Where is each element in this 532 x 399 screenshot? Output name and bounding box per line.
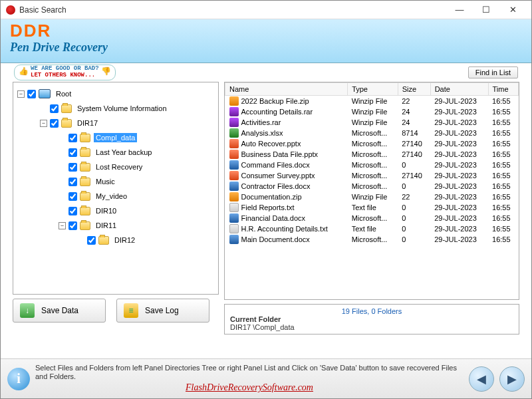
file-date: 29-JUL-2023 [430,128,488,138]
folder-icon [80,192,90,201]
file-date: 29-JUL-2023 [430,138,488,149]
tree-node[interactable]: Compl_data [16,130,215,145]
tree-checkbox[interactable] [27,90,36,98]
tree-node[interactable]: Last Year backup [16,145,215,160]
close-button[interactable]: ✕ [499,1,526,19]
tree-label: My_video [94,192,129,201]
save-data-label: Save Data [41,306,78,315]
tree-node[interactable]: Music [16,174,215,189]
file-size: 27140 [398,149,430,160]
col-time[interactable]: Time [488,83,518,96]
file-type: Winzip File [348,96,398,107]
table-row[interactable]: Consumer Survey.pptxMicrosoft...2714029-… [225,170,519,181]
table-row[interactable]: 2022 Backup File.zipWinzip File2229-JUL-… [225,96,519,107]
table-row[interactable]: H.R. Accounting Details.txtText file029-… [225,223,519,234]
file-time: 16:55 [488,138,518,149]
col-size[interactable]: Size [398,83,430,96]
tree-node[interactable]: −DIR11 [16,218,215,233]
table-row[interactable]: Accounting Details.rarWinzip File2429-JU… [225,106,519,117]
tree-node[interactable]: Lost Recovery [16,160,215,174]
col-type[interactable]: Type [348,83,398,96]
tree-node[interactable]: DIR12 [16,233,215,247]
file-type: Microsoft... [348,170,398,181]
tree-node[interactable]: DIR10 [16,203,215,218]
find-in-list-button[interactable]: Find in List [468,66,518,78]
tree-checkbox[interactable] [68,207,77,215]
maximize-button[interactable]: ☐ [473,1,499,19]
zip-file-icon [229,192,239,201]
file-name: H.R. Accounting Details.txt [241,225,328,233]
file-name: Field Reports.txt [241,203,295,211]
table-row[interactable]: Documentation.zipWinzip File2229-JUL-202… [225,192,519,202]
table-row[interactable]: Auto Recover.pptxMicrosoft...2714029-JUL… [225,138,519,149]
file-type: Winzip File [348,106,398,117]
thumb-up-icon: 👍 [19,68,29,76]
tree-label: Lost Recovery [94,162,144,172]
file-time: 16:55 [488,170,518,181]
file-type: Microsoft... [348,160,398,170]
folder-icon [80,207,90,215]
file-time: 16:55 [488,149,518,160]
feedback-badge[interactable]: 👍 WE ARE GOOD OR BAD? LET OTHERS KNOW...… [14,65,116,80]
file-date: 29-JUL-2023 [430,117,488,128]
tree-checkbox[interactable] [68,134,77,142]
file-type: Winzip File [348,117,398,128]
app-logo: DDR [10,22,522,39]
table-row[interactable]: Main Document.docxMicrosoft...029-JUL-20… [225,234,519,245]
file-date: 29-JUL-2023 [430,234,488,245]
prev-button[interactable]: ◀ [469,366,494,392]
col-name[interactable]: Name [225,83,348,96]
tree-checkbox[interactable] [68,221,77,230]
table-row[interactable]: Contractor Files.docxMicrosoft...029-JUL… [225,181,519,192]
tree-checkbox[interactable] [68,192,77,201]
file-type: Text file [348,223,398,234]
app-subtitle: Pen Drive Recovery [10,41,522,55]
file-list[interactable]: Name Type Size Date Time 2022 Backup Fil… [224,82,519,300]
file-date: 29-JUL-2023 [430,160,488,170]
rar-file-icon [229,107,239,116]
tree-root[interactable]: − Root [16,86,215,101]
tree-label: DIR10 [94,206,118,215]
tree-node[interactable]: −DIR17 [16,116,215,130]
file-name: Financial Data.docx [241,214,306,222]
file-time: 16:55 [488,96,518,107]
directory-tree[interactable]: − Root System Volume Information−DIR17Co… [13,82,219,295]
tree-label: Root [54,89,73,98]
table-row[interactable]: Activities.rarWinzip File2429-JUL-202316… [225,117,519,128]
thumb-down-icon: 👎 [101,68,111,76]
feedback-line2: LET OTHERS KNOW... [31,72,99,79]
tree-node[interactable]: My_video [16,189,215,203]
save-data-button[interactable]: Save Data [13,299,106,323]
tree-checkbox[interactable] [50,104,59,113]
tree-checkbox[interactable] [68,148,77,157]
file-type: Microsoft... [348,234,398,245]
tree-checkbox[interactable] [68,178,77,186]
expander-icon[interactable]: − [17,90,25,98]
txt-file-icon [229,224,239,233]
file-date: 29-JUL-2023 [430,106,488,117]
rar-file-icon [229,118,239,127]
tree-checkbox[interactable] [50,119,59,128]
minimize-button[interactable]: — [446,1,473,19]
app-header: DDR Pen Drive Recovery [1,19,531,63]
file-time: 16:55 [488,160,518,170]
next-button[interactable]: ▶ [499,366,525,392]
tree-node[interactable]: System Volume Information [16,101,215,116]
table-row[interactable]: Business Data File.pptxMicrosoft...27140… [225,149,519,160]
tree-checkbox[interactable] [68,163,77,172]
file-size: 0 [398,160,430,170]
table-row[interactable]: Analysis.xlsxMicrosoft...871429-JUL-2023… [225,128,519,138]
table-row[interactable]: Field Reports.txtText file029-JUL-202316… [225,202,519,213]
titlebar: Basic Search — ☐ ✕ [1,1,531,19]
save-log-button[interactable]: Save Log [116,299,209,323]
file-type: Microsoft... [348,149,398,160]
file-date: 29-JUL-2023 [430,192,488,202]
expander-icon[interactable]: − [59,222,66,229]
table-row[interactable]: Financial Data.docxMicrosoft...029-JUL-2… [225,213,519,223]
col-date[interactable]: Date [430,83,488,96]
table-row[interactable]: Command Files.docxMicrosoft...029-JUL-20… [225,160,519,170]
tree-checkbox[interactable] [87,236,96,245]
expander-icon[interactable]: − [40,120,47,127]
file-type: Text file [348,202,398,213]
folder-icon [80,163,90,172]
